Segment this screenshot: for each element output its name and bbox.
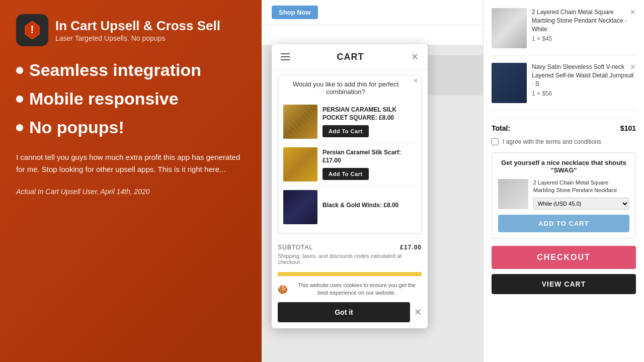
feature-text-3: No popups! [29,118,124,137]
upsell-info-2: Persian Caramel Silk Scarf: £17.00 Add T… [323,149,416,179]
cookie-icon: 🍪 [278,285,288,294]
bullet-3 [16,124,23,131]
jumpsuit-image [492,63,527,103]
shipping-note: Shipping, taxes, and discounts codes cal… [272,252,428,270]
brand-icon: ! [16,14,48,46]
terms-label: I agree with the terms and conditions [503,138,601,145]
product-image-wind [283,190,317,224]
upsell-close-icon[interactable]: ✕ [413,77,418,84]
cart-header: CART ✕ [272,44,428,70]
cart-item-jumpsuit: Navy Satin Sleeveless Soft V-neck Layere… [492,63,636,111]
necklace-info: 2 Layered Chain Metal Square Marbling St… [532,8,636,48]
necklace-qty: 1 × $45 [532,35,636,42]
bullet-1 [16,67,23,74]
upsell-info-3: Black & Gold Winds: £8.00 [323,202,416,213]
jumpsuit-info: Navy Satin Sleeveless Soft V-neck Layere… [532,63,636,103]
upsell-name-1: PERSIAN CARAMEL SILK POCKET SQUARE: £8.0… [323,106,416,122]
features-list: Seamless integration Mobile responsive N… [16,60,246,137]
terms-checkbox[interactable] [492,138,499,145]
upsell-product-2: Persian Caramel Silk Scarf: £17.00 Add T… [283,143,416,186]
shop-now-btn[interactable]: Shop Now [272,6,318,19]
cart-subtotal-row: SUBTOTAL £17.00 [272,239,428,252]
remove-necklace-icon[interactable]: ✕ [630,8,636,16]
product-image-silk2 [283,147,317,182]
subtotal-amount: £17.00 [400,244,422,251]
necklace-name: 2 Layered Chain Metal Square Marbling St… [532,8,636,33]
necklace-image [492,8,527,48]
cookie-close-icon[interactable]: ✕ [414,307,422,318]
upsell-widget-info: 2 Layered Chain Metal Square Marbling St… [533,179,629,210]
terms-row: I agree with the terms and conditions [492,138,636,145]
subtotal-label: SUBTOTAL [278,244,313,251]
upsell-widget-image [498,179,528,209]
cart-item-necklace: 2 Layered Chain Metal Square Marbling St… [492,8,636,56]
total-row: Total: $101 [492,118,636,138]
necklace-img-fill [492,8,527,48]
jumpsuit-qty: 1 × $56 [532,90,636,97]
hamburger-icon[interactable] [281,53,290,60]
jumpsuit-name: Navy Satin Sleeveless Soft V-neck Layere… [532,63,636,88]
feature-item-3: No popups! [16,118,246,137]
right-area: Shop Now BOTTOMS ∨ SH CART ✕ ✕ Would you… [262,0,644,362]
upsell-widget-select[interactable]: White (USD 45.0) [533,198,629,210]
checkout-button[interactable]: CHECKOUT [492,246,636,269]
feature-text-2: Mobile responsive [29,89,179,109]
upsell-add-to-cart-button[interactable]: ADD TO CART [498,215,629,232]
brand-header: ! In Cart Upsell & Cross Sell Laser Targ… [16,14,246,46]
upsell-widget: Get yourself a nice necklace that shouts… [492,152,636,239]
brand-subtitle: Laser Targeted Upsells. No popups [55,34,220,42]
feature-item-1: Seamless integration [16,60,246,80]
got-it-button[interactable]: Got it [278,302,410,322]
right-cart-panel: 2 Layered Chain Metal Square Marbling St… [483,0,644,362]
upsell-product-3: Black & Gold Winds: £8.00 [283,186,416,228]
view-cart-button[interactable]: VIEW CART [492,274,636,294]
upsell-name-3: Black & Gold Winds: £8.00 [323,202,416,210]
remove-jumpsuit-icon[interactable]: ✕ [630,63,636,71]
upsell-banner: ✕ Would you like to add this for perfect… [278,75,422,234]
upsell-widget-product-name: 2 Layered Chain Metal Square Marbling St… [533,179,629,195]
upsell-widget-row: 2 Layered Chain Metal Square Marbling St… [498,179,629,210]
feature-item-2: Mobile responsive [16,89,246,109]
upsell-product-1: PERSIAN CARAMEL SILK POCKET SQUARE: £8.0… [283,101,416,143]
add-to-cart-btn-1[interactable]: Add To Cart [323,125,369,137]
checkout-hint-bar [278,272,422,276]
feature-text-1: Seamless integration [29,60,201,80]
cart-title: CART [337,52,364,62]
left-panel: ! In Cart Upsell & Cross Sell Laser Targ… [0,0,262,362]
total-label: Total: [492,124,510,132]
upsell-question: Would you like to add this for perfect c… [283,80,416,96]
testimonial-text: I cannot tell you guys how much extra pr… [16,151,246,175]
upsell-name-2: Persian Caramel Silk Scarf: £17.00 [323,149,416,164]
add-to-cart-btn-2[interactable]: Add To Cart [323,168,369,180]
brand-text: In Cart Upsell & Cross Sell Laser Target… [55,18,220,42]
testimonial-author: Actual In Cart Upsell User, April 14th, … [16,188,246,196]
cookie-text: This website uses cookies to ensure you … [292,282,422,297]
upsell-widget-title: Get yourself a nice necklace that shouts… [498,159,629,174]
bullet-2 [16,96,23,103]
cart-modal: CART ✕ ✕ Would you like to add this for … [272,44,428,328]
svg-text:!: ! [30,23,34,36]
total-amount: $101 [620,124,636,132]
jumpsuit-img-fill [492,63,527,103]
brand-title: In Cart Upsell & Cross Sell [55,18,220,34]
cookie-banner: 🍪 This website uses cookies to ensure yo… [272,276,428,302]
got-it-bar: Got it ✕ [272,302,428,328]
product-image-silk1 [283,105,317,139]
cart-close-icon[interactable]: ✕ [411,51,419,62]
upsell-info-1: PERSIAN CARAMEL SILK POCKET SQUARE: £8.0… [323,106,416,137]
